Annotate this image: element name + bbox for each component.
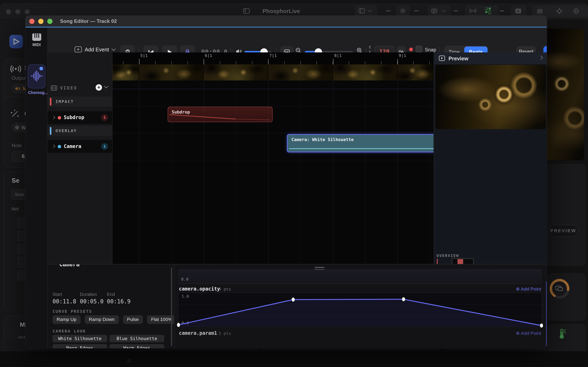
app-logo[interactable]	[9, 35, 23, 48]
add-event-button[interactable]: + Add Event	[75, 47, 115, 52]
preset-button-flat-100-[interactable]: Flat 100%	[147, 315, 174, 324]
end-value[interactable]: 00:16.9	[107, 298, 130, 305]
bg-preview-button[interactable]: PREVIEW	[548, 225, 578, 237]
major-tick	[204, 59, 204, 64]
timeline[interactable]: 5|16|17|18|19|1 Subdrop Camera: White Si…	[112, 52, 433, 264]
add-point-button[interactable]: ⊕ Add Point	[516, 286, 541, 292]
rail-midi-label: MIDI	[27, 42, 46, 47]
track-row-camera[interactable]: Camera 1	[48, 140, 112, 153]
lane-divider	[112, 89, 433, 89]
look-button-neon-edges[interactable]: Neon Edges	[52, 344, 107, 348]
look-button-blue-silhouette[interactable]: Blue Silhouette	[109, 335, 164, 342]
plus-square-icon: +	[75, 47, 82, 52]
add-point-button[interactable]: ⊕ Add Point	[516, 330, 541, 336]
filmstrip-thumbnail	[398, 64, 433, 81]
param1-curve-name: camera.param1	[179, 330, 217, 336]
preview-panel: Preview OVERVIEW	[434, 52, 547, 264]
mode-rail: MIDI Choreog...	[26, 28, 48, 348]
subdrop-track-name: Subdrop	[64, 115, 84, 120]
filmstrip-thumbnail	[268, 64, 333, 81]
beat-label: 8|1	[334, 53, 342, 58]
impact-color-bar	[50, 98, 51, 106]
beat-label: 7|1	[269, 53, 277, 58]
notification-dot	[39, 67, 43, 70]
crosshair-icon[interactable]	[556, 8, 562, 14]
chevron-down-icon	[368, 10, 371, 12]
globe-icon[interactable]	[573, 8, 579, 14]
subdrop-count-badge: 1	[101, 114, 108, 121]
snap-checkbox[interactable]	[415, 46, 422, 52]
bg-close-button[interactable]	[6, 9, 11, 14]
add-track-button[interactable]: +	[95, 84, 102, 91]
track-row-subdrop[interactable]: Subdrop 1	[48, 111, 112, 124]
rail-item-midi[interactable]: MIDI	[27, 33, 46, 47]
opacity-curve-header: camera.opacity 4 pts ⊕ Add Point	[178, 286, 542, 293]
list-icon[interactable]	[431, 8, 437, 13]
impact-group-header[interactable]: IMPACT	[48, 97, 112, 107]
preview-header[interactable]: Preview	[434, 52, 547, 64]
track-color-dot	[58, 145, 61, 149]
chevron-right-icon[interactable]	[539, 55, 543, 60]
bg-panel-button[interactable]	[355, 5, 377, 17]
expand-chevron-icon[interactable]	[52, 116, 55, 119]
camera-clip[interactable]: Camera: White Silhouette	[287, 134, 433, 152]
look-button-warm-edges[interactable]: Warm Edges	[109, 344, 164, 348]
record-indicator[interactable]	[409, 48, 413, 51]
minimize-button[interactable]	[38, 19, 43, 24]
gear-icon[interactable]	[400, 8, 406, 14]
curve-point[interactable]	[402, 297, 405, 301]
expand-chevron-icon[interactable]	[52, 144, 55, 148]
beat-label: 9|1	[399, 53, 406, 58]
preset-row: Ramp UpRamp DownPulseFlat 100%	[52, 315, 165, 324]
music-note-icon[interactable]: ♫	[126, 357, 131, 364]
previous-curve-lane[interactable]: 0.0	[178, 269, 542, 284]
close-button[interactable]	[29, 19, 35, 24]
panel-layout-icon[interactable]	[359, 8, 365, 13]
duration-value[interactable]: 00:05.0	[80, 298, 104, 305]
add-event-label: Add Event	[85, 47, 109, 52]
chevron-down-icon[interactable]	[104, 84, 108, 88]
qr-code-icon[interactable]	[485, 8, 491, 14]
opacity-curve-svg	[178, 293, 541, 326]
filmstrip-thumbnail	[333, 64, 398, 81]
preset-button-ramp-down[interactable]: Ramp Down	[85, 315, 119, 324]
curve-point[interactable]	[177, 323, 180, 327]
look-button-white-silhouette[interactable]: White Silhouette	[52, 335, 107, 342]
song-editor-window: Song Editor — Track 02 + Add Event	[26, 16, 547, 348]
preset-button-ramp-up[interactable]: Ramp Up	[52, 315, 80, 324]
bg-list-button[interactable]	[428, 5, 451, 17]
bg-media-view	[547, 29, 584, 160]
opacity-curve-lane[interactable]: 1.0 0.0	[178, 292, 542, 327]
zoom-button[interactable]	[47, 19, 52, 24]
rail-item-choreography[interactable]: Choreog...	[28, 64, 45, 89]
track-color-dot	[58, 116, 61, 119]
inspector-title: Camera	[59, 264, 80, 268]
end-label: End	[107, 292, 115, 297]
broadcast-icon[interactable]	[470, 8, 476, 14]
preview-title: Preview	[449, 55, 468, 61]
bg-search-heading: Se	[12, 177, 19, 185]
major-tick	[398, 59, 398, 64]
rail-choreo-label: Choreog...	[28, 90, 46, 95]
minus-icon	[454, 10, 458, 11]
bar-grid-line	[398, 81, 398, 264]
bg-zoom-button[interactable]	[25, 9, 30, 14]
start-value[interactable]: 00:11.8	[52, 298, 76, 305]
waveform-icon	[30, 70, 43, 82]
play-window-icon[interactable]	[515, 8, 522, 14]
minus-icon	[500, 10, 504, 11]
inspector-scrollbar[interactable]	[171, 267, 172, 346]
window-titlebar[interactable]: Song Editor — Track 02	[26, 16, 547, 26]
overlay-group-header[interactable]: OVERLAY	[48, 126, 112, 136]
checkerboard-icon[interactable]	[537, 9, 543, 13]
sidebar-toggle-icon[interactable]	[243, 8, 250, 14]
beat-ruler[interactable]: 5|16|17|18|19|1	[112, 52, 433, 64]
curve-point[interactable]	[540, 324, 543, 328]
bottom-panel: Camera Start Duration End 00:11.8 00:05.…	[48, 264, 547, 348]
preset-button-pulse[interactable]: Pulse	[123, 315, 143, 324]
curve-point[interactable]	[292, 298, 295, 301]
subdrop-clip[interactable]: Subdrop	[168, 107, 273, 122]
video-section-header: VIDEO +	[48, 82, 112, 94]
overview-label: OVERVIEW	[437, 253, 459, 258]
bg-minimize-button[interactable]	[15, 9, 20, 14]
